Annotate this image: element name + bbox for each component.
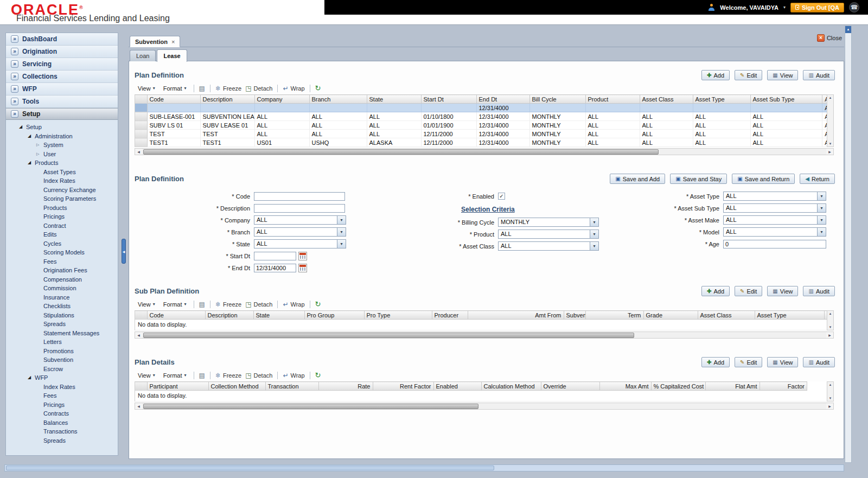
sidebar-item[interactable]: » Servicing xyxy=(6,58,118,71)
column-header[interactable]: Product xyxy=(585,95,640,104)
save-and-stay-button[interactable]: ▣Save and Stay xyxy=(670,174,727,184)
close-button[interactable]: × Close xyxy=(817,34,842,42)
asset-sub-type-select[interactable]: ALL xyxy=(723,203,826,213)
format-menu[interactable]: Format▾ xyxy=(161,301,189,308)
column-header[interactable]: Pro Group xyxy=(304,311,364,320)
row-selector[interactable] xyxy=(135,112,147,121)
scrollbar-thumb[interactable] xyxy=(143,333,634,338)
table-row[interactable]: SUB-LEASE-001SUBVENTION LEA...ALLALLALL0… xyxy=(135,112,827,121)
phone-icon[interactable]: ☎ xyxy=(849,2,859,12)
column-header[interactable]: Transaction xyxy=(265,382,318,391)
column-header[interactable]: End Dt xyxy=(476,95,529,104)
column-header[interactable]: Asset Class xyxy=(640,95,693,104)
audit-button[interactable]: ▥Audit xyxy=(803,357,835,367)
scroll-up-icon[interactable]: ▲ xyxy=(829,382,832,387)
scrollbar-thumb[interactable] xyxy=(143,149,659,155)
scroll-right-icon[interactable] xyxy=(826,333,833,337)
dropdown-arrow-icon[interactable] xyxy=(337,228,346,236)
dropdown-arrow-icon[interactable] xyxy=(590,230,598,238)
tree-item[interactable]: Edits xyxy=(6,230,118,239)
column-header[interactable]: Calculation Method xyxy=(481,382,541,391)
dropdown-arrow-icon[interactable] xyxy=(337,216,346,224)
view-button[interactable]: ▦View xyxy=(767,286,798,296)
sidebar-item[interactable]: » WFP xyxy=(6,83,118,95)
tree-item[interactable]: Contract xyxy=(6,221,118,231)
tree-expand-icon[interactable] xyxy=(36,142,43,148)
dropdown-arrow-icon[interactable] xyxy=(817,204,826,212)
table-row[interactable]: TESTTESTALLALLALL12/11/200012/31/4000MON… xyxy=(135,130,827,138)
tree-item[interactable]: Fees xyxy=(6,391,118,400)
tab-loan[interactable]: Loan xyxy=(130,50,156,61)
page-scroll-up-icon[interactable]: ▲ xyxy=(845,26,851,33)
detach-button[interactable]: ◳Detach xyxy=(245,85,272,92)
sidebar-collapse-handle[interactable]: ◀ xyxy=(122,239,126,264)
vertical-scrollbar[interactable]: ▲ ▼ xyxy=(827,94,834,147)
vertical-scrollbar[interactable]: ▲ ▼ xyxy=(827,381,834,401)
product-select[interactable]: ALL xyxy=(498,230,599,239)
wrap-button[interactable]: ↵Wrap xyxy=(283,85,304,92)
code-input[interactable] xyxy=(254,192,345,201)
column-header[interactable]: Rate xyxy=(318,382,373,391)
column-header[interactable]: Collection Method xyxy=(208,382,265,391)
tree-item[interactable]: System xyxy=(6,141,118,150)
column-header[interactable]: Description xyxy=(200,95,254,104)
column-header[interactable]: Override xyxy=(541,382,599,391)
view-menu[interactable]: View▾ xyxy=(136,372,157,379)
page-scrollbar-thumb[interactable] xyxy=(6,466,494,470)
tree-item[interactable]: Administration xyxy=(6,132,118,141)
end-dt-input[interactable] xyxy=(254,264,296,272)
format-menu[interactable]: Format▾ xyxy=(161,85,189,92)
view-button[interactable]: ▦View xyxy=(767,70,798,80)
horizontal-scrollbar[interactable] xyxy=(135,148,834,155)
tree-item[interactable]: Products xyxy=(6,158,118,168)
scroll-right-icon[interactable] xyxy=(826,404,833,408)
tab-close-icon[interactable]: × xyxy=(171,39,175,45)
tree-item[interactable]: WFP xyxy=(6,373,118,383)
column-header[interactable]: Asset Type xyxy=(693,95,750,104)
column-header[interactable]: State xyxy=(253,311,304,320)
tree-item[interactable]: Balances xyxy=(6,418,118,428)
tree-item[interactable]: Products xyxy=(6,203,118,213)
calendar-icon[interactable] xyxy=(298,252,307,260)
column-header[interactable]: Max Amt xyxy=(599,382,651,391)
row-selector[interactable] xyxy=(135,138,147,147)
dropdown-arrow-icon[interactable] xyxy=(590,218,598,226)
tree-item[interactable]: Transactions xyxy=(6,427,118,436)
column-header[interactable]: Flat Amt xyxy=(705,382,760,391)
tree-item[interactable]: Escrow xyxy=(6,365,118,374)
tab-subvention[interactable]: Subvention × xyxy=(130,36,180,47)
column-header[interactable]: Asset Class xyxy=(698,311,755,320)
tree-item[interactable]: Pricings xyxy=(6,400,118,410)
column-header[interactable]: Participant xyxy=(147,382,208,391)
column-header[interactable]: % Capitalized Cost xyxy=(651,382,705,391)
column-header[interactable]: State xyxy=(367,95,421,104)
horizontal-scrollbar[interactable] xyxy=(135,403,834,410)
company-select[interactable]: ALL xyxy=(254,215,346,225)
tree-item[interactable]: User xyxy=(6,150,118,159)
scroll-down-icon[interactable]: ▼ xyxy=(829,396,832,401)
table-row[interactable]: SUBV LS 01SUBV LEASE 01ALLALLALL01/01/19… xyxy=(135,121,827,130)
tree-item[interactable]: Index Rates xyxy=(6,176,118,186)
sidebar-item[interactable]: » Collections xyxy=(6,71,118,83)
row-selector[interactable] xyxy=(135,121,147,130)
scroll-left-icon[interactable] xyxy=(135,150,142,154)
welcome-caret-icon[interactable]: ▾ xyxy=(783,5,786,10)
tree-item[interactable]: Contracts xyxy=(6,409,118,418)
state-select[interactable]: ALL xyxy=(254,239,346,248)
detach-button[interactable]: ◳Detach xyxy=(245,301,272,308)
sidebar-item[interactable]: » Tools xyxy=(6,95,118,108)
page-horizontal-scrollbar[interactable] xyxy=(4,464,844,471)
freeze-button[interactable]: ❄Freeze xyxy=(215,372,241,379)
scroll-up-icon[interactable]: ▲ xyxy=(829,311,832,316)
asset-type-select[interactable]: ALL xyxy=(723,192,826,201)
export-icon[interactable]: ▤ xyxy=(199,85,205,92)
billing-cycle-select[interactable]: MONTHLY xyxy=(498,218,599,227)
refresh-icon[interactable]: ↻ xyxy=(315,371,321,379)
edit-button[interactable]: ✎Edit xyxy=(735,357,762,367)
wrap-button[interactable]: ↵Wrap xyxy=(283,372,304,379)
horizontal-scrollbar[interactable] xyxy=(135,332,834,339)
tree-item[interactable]: Statement Messages xyxy=(6,329,118,338)
sidebar-item-setup[interactable]: » Setup xyxy=(6,108,118,120)
tree-item[interactable]: Cycles xyxy=(6,239,118,248)
scroll-up-icon[interactable]: ▲ xyxy=(829,95,832,100)
